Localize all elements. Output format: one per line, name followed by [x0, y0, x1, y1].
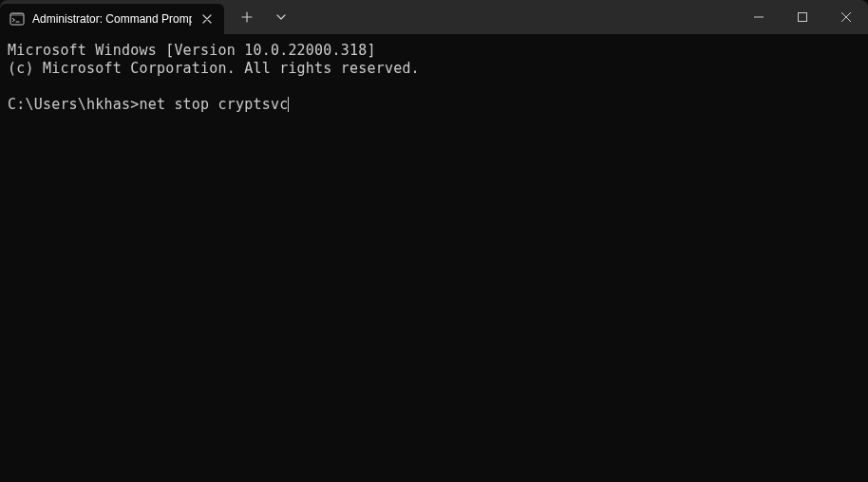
minimize-icon	[754, 12, 764, 22]
titlebar: Administrator: Command Promp	[0, 0, 868, 34]
terminal-icon	[9, 11, 25, 27]
chevron-down-icon	[275, 11, 287, 23]
svg-rect-4	[799, 13, 807, 22]
plus-icon	[241, 11, 253, 23]
svg-rect-1	[10, 13, 24, 16]
tab-title: Administrator: Command Promp	[32, 12, 192, 26]
maximize-button[interactable]	[781, 0, 824, 34]
tab-active[interactable]: Administrator: Command Promp	[0, 4, 224, 34]
close-window-button[interactable]	[824, 0, 868, 34]
tab-close-button[interactable]	[199, 11, 215, 27]
output-line: (c) Microsoft Corporation. All rights re…	[8, 60, 420, 77]
close-icon	[841, 12, 851, 22]
prompt-text: C:\Users\hkhas>	[8, 96, 139, 113]
tab-actions	[224, 0, 296, 34]
minimize-button[interactable]	[737, 0, 781, 34]
terminal-output[interactable]: Microsoft Windows [Version 10.0.22000.31…	[0, 34, 868, 121]
output-line: Microsoft Windows [Version 10.0.22000.31…	[8, 42, 376, 59]
window-controls	[737, 0, 868, 34]
tab-dropdown-button[interactable]	[266, 4, 296, 30]
maximize-icon	[798, 12, 807, 22]
command-input[interactable]: net stop cryptsvc	[139, 96, 288, 113]
new-tab-button[interactable]	[232, 4, 262, 30]
titlebar-drag-area[interactable]	[296, 0, 737, 34]
text-cursor	[288, 97, 289, 112]
close-icon	[202, 14, 212, 24]
